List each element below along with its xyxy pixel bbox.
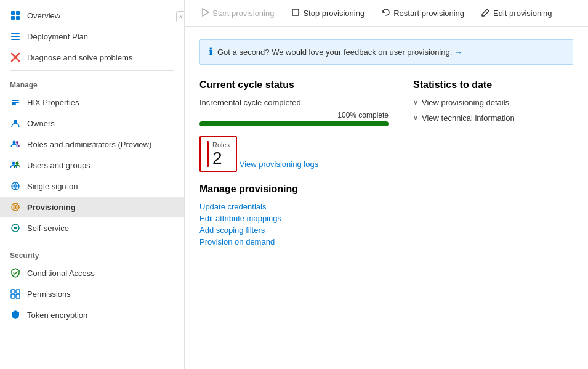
edit-provisioning-label: Edit provisioning [493,9,552,18]
sidebar-item-roles[interactable]: Roles and administrators (Preview) [0,134,184,155]
svg-rect-24 [11,294,15,298]
view-provisioning-details-label: View provisioning details [422,98,509,107]
info-banner: ℹ Got a second? We would love your feedb… [199,39,573,65]
svg-rect-6 [11,39,20,40]
users-groups-icon [10,160,21,171]
svg-rect-27 [292,9,299,15]
sidebar-item-owners-label: Owners [27,119,55,128]
svg-rect-3 [16,16,20,20]
sidebar-item-sso-label: Single sign-on [27,182,78,191]
sidebar-item-users-groups[interactable]: Users and groups [0,155,184,176]
provision-on-demand-link[interactable]: Provision on demand [199,237,389,246]
diagnose-icon [10,52,21,63]
sidebar-item-provisioning[interactable]: Provisioning [0,197,184,217]
conditional-access-icon [10,267,21,278]
sidebar-item-ca-label: Conditional Access [27,269,95,278]
statistics-title: Statistics to date [413,79,573,91]
svg-rect-0 [11,11,15,15]
provisioning-icon [10,201,21,213]
roles-card-inner: Roles 2 [207,141,230,167]
sidebar-item-self-service-label: Self-service [27,224,69,233]
restart-provisioning-button[interactable]: Restart provisioning [376,5,470,22]
svg-point-13 [13,141,16,144]
update-credentials-link[interactable]: Update credentials [199,202,389,211]
security-section-label: Security [0,244,184,262]
sidebar-item-properties[interactable]: HIX Properties [0,92,184,113]
view-technical-info-label: View technical information [422,113,515,123]
sidebar-item-provisioning-label: Provisioning [27,203,76,212]
roles-icon [10,139,21,150]
svg-rect-22 [11,290,15,293]
sidebar-item-permissions-label: Permissions [27,290,71,299]
current-cycle-title: Current cycle status [199,79,389,91]
add-scoping-filters-link[interactable]: Add scoping filters [199,225,389,235]
sidebar-item-conditional-access[interactable]: Conditional Access [0,262,184,283]
overview-icon [10,10,21,21]
restart-icon [382,8,390,18]
sso-icon [10,180,21,192]
chevron-down-icon-1: ∨ [413,99,418,107]
roles-card-content: Roles 2 [212,141,230,167]
start-provisioning-button[interactable]: Start provisioning [195,5,280,22]
svg-rect-9 [12,100,19,101]
view-provisioning-details-item[interactable]: ∨ View provisioning details [413,98,573,107]
sidebar-item-diagnose-label: Diagnose and solve problems [27,53,132,62]
sidebar: « Overview Deployment Plan Diagnose and … [0,0,185,369]
svg-point-12 [14,120,17,123]
svg-point-14 [16,141,18,144]
sidebar-item-owners[interactable]: Owners [0,113,184,134]
permissions-icon [10,288,21,299]
stop-icon [291,8,300,18]
content-area: ℹ Got a second? We would love your feedb… [185,27,588,369]
svg-rect-25 [16,294,20,298]
sidebar-item-properties-label: HIX Properties [27,98,79,107]
sidebar-item-deployment-label: Deployment Plan [27,32,88,41]
sidebar-item-token-encryption[interactable]: Token encryption [0,304,184,325]
right-column: Statistics to date ∨ View provisioning d… [413,79,573,249]
view-provisioning-logs-link[interactable]: View provisioning logs [240,160,318,169]
roles-card: Roles 2 [199,136,237,172]
sidebar-item-roles-label: Roles and administrators (Preview) [27,140,151,149]
svg-point-20 [15,206,17,208]
left-column: Current cycle status Incremental cycle c… [199,79,389,249]
main-content: Start provisioning Stop provisioning Res… [185,0,588,369]
sidebar-item-self-service[interactable]: Self-service [0,217,184,238]
properties-icon [10,97,21,108]
toolbar: Start provisioning Stop provisioning Res… [185,0,588,27]
banner-link[interactable]: → [454,47,462,57]
sidebar-item-overview[interactable]: Overview [0,5,184,26]
restart-provisioning-label: Restart provisioning [393,9,464,18]
svg-point-15 [12,162,15,165]
sidebar-item-diagnose[interactable]: Diagnose and solve problems [0,47,184,68]
svg-rect-1 [16,11,20,15]
start-provisioning-label: Start provisioning [212,9,274,18]
stop-provisioning-button[interactable]: Stop provisioning [285,5,371,22]
start-icon [201,8,209,18]
manage-section-label: Manage [0,73,184,92]
info-icon: ℹ [209,46,212,58]
columns-layout: Current cycle status Incremental cycle c… [199,79,573,249]
roles-card-bar [207,141,209,167]
sidebar-divider-1 [10,70,174,71]
collapse-button[interactable]: « [176,11,185,22]
token-encryption-icon [10,309,21,320]
current-cycle-section: Current cycle status Incremental cycle c… [199,79,389,184]
sidebar-item-sso[interactable]: Single sign-on [0,176,184,197]
chevron-down-icon-2: ∨ [413,114,418,122]
cycle-status-text: Incremental cycle completed. [199,98,389,107]
progress-bar-fill [199,121,389,126]
svg-rect-11 [12,103,16,105]
edit-provisioning-button[interactable]: Edit provisioning [475,5,558,22]
progress-label: 100% complete [199,111,389,120]
edit-attribute-mappings-link[interactable]: Edit attribute mappings [199,214,389,223]
view-technical-info-item[interactable]: ∨ View technical information [413,113,573,123]
stop-provisioning-label: Stop provisioning [303,9,364,18]
edit-icon [481,8,490,18]
progress-bar [199,121,389,126]
sidebar-item-deployment-plan[interactable]: Deployment Plan [0,26,184,47]
deployment-plan-icon [10,31,21,42]
roles-card-label: Roles [212,141,230,148]
svg-point-16 [16,162,19,165]
sidebar-item-permissions[interactable]: Permissions [0,283,184,304]
manage-provisioning-section: Manage provisioning Update credentials E… [199,184,389,246]
